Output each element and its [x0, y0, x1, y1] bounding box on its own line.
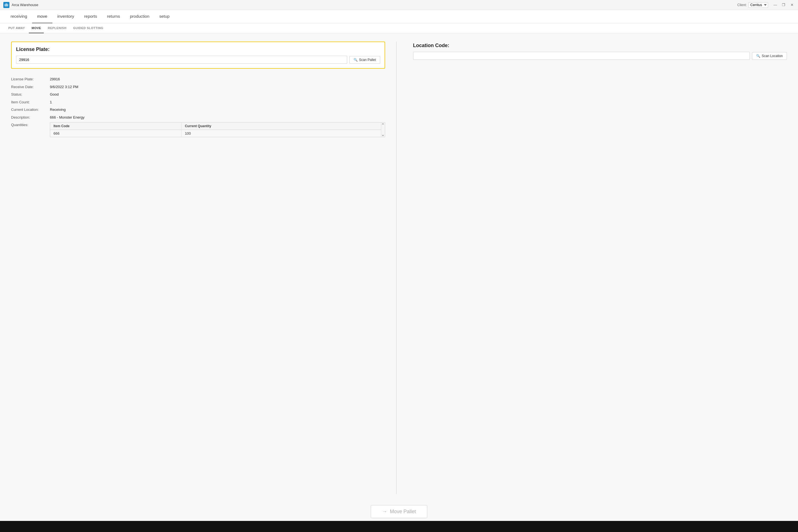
nav-item-inventory[interactable]: inventory: [52, 10, 79, 23]
maximize-button[interactable]: ❐: [781, 2, 786, 8]
minimize-button[interactable]: —: [773, 2, 778, 8]
detail-status: Status: Good: [11, 91, 385, 98]
nav-item-move[interactable]: move: [32, 10, 52, 23]
close-button[interactable]: ✕: [789, 2, 795, 8]
quantities-table: Item Code Current Quantity 666 100: [50, 122, 385, 137]
left-column: License Plate: 🔍 Scan Pallet License Pla…: [11, 41, 397, 494]
scan-location-label: Scan Location: [762, 54, 783, 58]
sub-nav-guided-slotting[interactable]: GUIDED SLOTTING: [70, 23, 106, 33]
detail-receive-date-label: Receive Date:: [11, 84, 50, 90]
scan-pallet-label: Scan Pallet: [359, 58, 376, 62]
license-plate-box: License Plate: 🔍 Scan Pallet: [11, 41, 385, 69]
detail-description: Description: 666 - Monster Energy: [11, 114, 385, 121]
nav-item-setup[interactable]: setup: [154, 10, 174, 23]
sub-nav-move[interactable]: MOVE: [29, 23, 44, 33]
location-code-input[interactable]: [413, 52, 750, 60]
move-pallet-button[interactable]: → Move Pallet: [371, 505, 427, 518]
detail-current-location-value: Receiving: [50, 107, 66, 113]
scan-location-button[interactable]: 🔍 Scan Location: [752, 52, 787, 60]
detail-description-value: 666 - Monster Energy: [50, 115, 84, 120]
detail-status-value: Good: [50, 92, 59, 97]
detail-current-location: Current Location: Receiving: [11, 106, 385, 114]
client-label: Client:: [737, 3, 747, 7]
nav-item-returns[interactable]: returns: [102, 10, 125, 23]
title-bar-left: Arca Warehouse: [3, 2, 38, 8]
quantities-table-wrapper: Item Code Current Quantity 666 100: [50, 122, 385, 137]
license-plate-input[interactable]: [16, 56, 347, 64]
detail-item-count-value: 1: [50, 99, 52, 105]
main-content: License Plate: 🔍 Scan Pallet License Pla…: [0, 33, 798, 532]
nav-item-production[interactable]: production: [125, 10, 154, 23]
scroll-down-arrow[interactable]: [382, 135, 384, 136]
app-icon: [3, 2, 10, 8]
sub-nav-put-away[interactable]: PUT AWAY: [5, 23, 28, 33]
detail-license-plate-label: License Plate:: [11, 76, 50, 82]
client-dropdown[interactable]: Cerritus: [748, 2, 768, 8]
detail-license-plate-value: 29916: [50, 76, 60, 82]
svg-rect-3: [7, 4, 8, 5]
scrollbar[interactable]: [381, 122, 385, 137]
detail-item-count: Item Count: 1: [11, 98, 385, 106]
client-selector: Client: Cerritus: [737, 2, 768, 8]
table-row: 666 100: [50, 130, 385, 137]
title-bar-right: Client: Cerritus — ❐ ✕: [737, 2, 795, 8]
title-bar: Arca Warehouse Client: Cerritus — ❐ ✕: [0, 0, 798, 10]
move-pallet-container: → Move Pallet: [11, 499, 787, 524]
scan-pallet-button[interactable]: 🔍 Scan Pallet: [349, 56, 380, 64]
license-plate-input-row: 🔍 Scan Pallet: [16, 56, 380, 64]
bottom-bar: [0, 521, 798, 532]
quantities-row: Quantities: Item Code Current Quantity: [11, 121, 385, 138]
col-item-code: Item Code: [50, 122, 182, 130]
scan-location-icon: 🔍: [756, 54, 760, 58]
detail-receive-date: Receive Date: 9/6/2022 3:12 PM: [11, 83, 385, 91]
sub-nav: PUT AWAY MOVE REPLENISH GUIDED SLOTTING: [0, 23, 798, 33]
detail-item-count-label: Item Count:: [11, 99, 50, 105]
details-section: License Plate: 29916 Receive Date: 9/6/2…: [11, 74, 385, 139]
location-code-title: Location Code:: [413, 43, 787, 49]
scan-icon: 🔍: [354, 58, 358, 62]
nav-item-receiving[interactable]: receiving: [5, 10, 32, 23]
detail-status-label: Status:: [11, 92, 50, 97]
cell-item-code: 666: [50, 130, 182, 137]
detail-license-plate: License Plate: 29916: [11, 75, 385, 83]
quantities-label: Quantities:: [11, 122, 50, 127]
license-plate-title: License Plate:: [16, 46, 380, 52]
location-code-input-row: 🔍 Scan Location: [413, 52, 787, 60]
move-pallet-label: Move Pallet: [390, 509, 416, 515]
quantities-header-row: Item Code Current Quantity: [50, 122, 385, 130]
scroll-up-arrow[interactable]: [382, 123, 384, 125]
app-title: Arca Warehouse: [12, 3, 38, 7]
right-column: Location Code: 🔍 Scan Location: [397, 41, 787, 494]
nav-item-reports[interactable]: reports: [79, 10, 102, 23]
location-section: Location Code: 🔍 Scan Location: [413, 43, 787, 60]
window-controls: — ❐ ✕: [773, 2, 795, 8]
svg-rect-2: [5, 4, 6, 5]
detail-receive-date-value: 9/6/2022 3:12 PM: [50, 84, 78, 90]
detail-current-location-label: Current Location:: [11, 107, 50, 113]
columns: License Plate: 🔍 Scan Pallet License Pla…: [11, 41, 787, 494]
move-pallet-arrow-icon: →: [382, 509, 387, 515]
cell-current-quantity: 100: [182, 130, 385, 137]
nav-bar: receiving move inventory reports returns…: [0, 10, 798, 23]
svg-rect-1: [5, 3, 7, 4]
col-current-quantity: Current Quantity: [182, 122, 385, 130]
detail-description-label: Description:: [11, 115, 50, 120]
sub-nav-replenish[interactable]: REPLENISH: [45, 23, 69, 33]
